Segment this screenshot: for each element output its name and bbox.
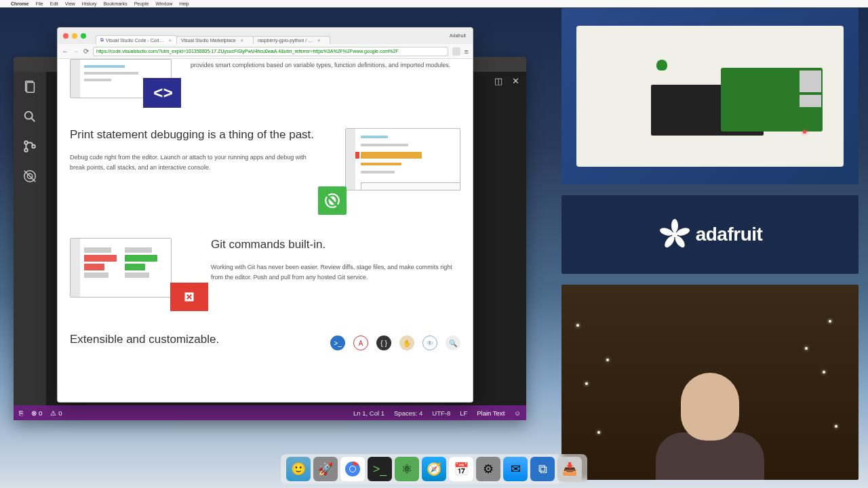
svg-line-3 (32, 119, 35, 122)
chrome-toolbar: ← → ⟳ https://code.visualstudio.com/?utm… (58, 44, 473, 59)
dark-ext-icon: { } (376, 336, 391, 350)
tab-marketplace[interactable]: Visual Studio Marketplace× (176, 36, 254, 44)
menu-people[interactable]: People (134, 1, 149, 6)
debug-illustration (338, 128, 460, 203)
dock-safari[interactable]: 🧭 (422, 457, 446, 481)
chrome-menu-icon[interactable]: ≡ (465, 47, 469, 56)
menu-window[interactable]: Window (155, 1, 172, 6)
search-icon[interactable] (22, 108, 38, 125)
adafruit-logo-panel: adafruit (561, 195, 859, 274)
remote-icon[interactable]: ⎘ (19, 409, 23, 417)
feedback-icon[interactable]: ☺ (514, 409, 521, 417)
status-language[interactable]: Plain Text (477, 409, 505, 417)
status-errors[interactable]: ⊗ 0 (31, 409, 42, 417)
hardware-camera-feed (561, 8, 859, 184)
svg-point-18 (672, 232, 677, 237)
svg-point-13 (671, 219, 678, 232)
menu-view[interactable]: View (65, 1, 75, 6)
extension-icons-row: >_ A { } ✋ 👁 🔍 (330, 333, 460, 357)
menu-edit[interactable]: Edit (50, 1, 58, 6)
macos-menubar: Chrome File Edit View History Bookmarks … (0, 0, 868, 7)
dock-mail[interactable]: ✉ (503, 457, 528, 481)
close-window-icon[interactable] (63, 33, 68, 39)
extension-icon[interactable] (452, 47, 460, 56)
git-logo-icon (170, 283, 208, 311)
close-tab-icon[interactable]: × (168, 38, 171, 43)
window-controls (63, 33, 86, 39)
dock-atom[interactable]: ⚛ (395, 457, 419, 481)
maximize-window-icon[interactable] (81, 33, 86, 39)
menu-history[interactable]: History (82, 1, 97, 6)
menu-help[interactable]: Help (179, 1, 189, 6)
search-ext-icon: 🔍 (446, 336, 460, 350)
extensions-heading: Extensible and customizable. (70, 333, 311, 346)
debug-heading: Print statement debugging is a thing of … (70, 128, 319, 142)
bug-icon (318, 186, 347, 215)
git-heading: Git commands built-in. (211, 238, 460, 251)
dock-launchpad[interactable]: 🚀 (313, 457, 338, 481)
chrome-profile[interactable]: Adafruit (450, 33, 466, 38)
intellisense-illustration: < > (70, 59, 172, 98)
minimize-window-icon[interactable] (72, 33, 77, 39)
eye-ext-icon: 👁 (422, 336, 437, 350)
presenter-camera-feed (561, 285, 859, 480)
svg-point-5 (24, 148, 28, 152)
svg-rect-1 (26, 83, 34, 93)
dock-terminal[interactable]: >_ (368, 457, 392, 481)
status-encoding[interactable]: UTF-8 (432, 409, 450, 417)
menu-bookmarks[interactable]: Bookmarks (104, 1, 127, 6)
chrome-tabs: ⧉Visual Studio Code - Cod…× Visual Studi… (58, 32, 473, 44)
debug-icon[interactable] (22, 168, 38, 184)
menu-app[interactable]: Chrome (11, 1, 28, 6)
status-cursor[interactable]: Ln 1, Col 1 (353, 409, 384, 417)
chrome-window: Adafruit ⧉Visual Studio Code - Cod…× Vis… (57, 27, 473, 403)
dock-downloads[interactable]: 📥 (557, 457, 582, 481)
dock-chrome[interactable] (340, 457, 365, 481)
powershell-icon: >_ (330, 336, 345, 350)
led-icon (656, 60, 667, 70)
angular-icon: A (353, 336, 368, 350)
adafruit-wordmark: adafruit (696, 224, 763, 245)
tab-vscode[interactable]: ⧉Visual Studio Code - Cod…× (96, 35, 177, 44)
tab-rpi-gpio[interactable]: raspberry-gpio-python / …× (253, 36, 330, 44)
dock-finder[interactable]: 🙂 (286, 457, 311, 481)
svg-point-2 (25, 112, 33, 119)
forward-button[interactable]: → (73, 47, 79, 55)
code-icon: < > (143, 78, 181, 108)
back-button[interactable]: ← (62, 47, 68, 55)
macos-dock: 🙂 🚀 >_ ⚛ 🧭 📅 ⚙ ✉ ⧉ 📥 (281, 454, 587, 484)
git-illustration (70, 238, 192, 298)
git-body: Working with Git has never been easier. … (211, 262, 460, 283)
split-editor-icon[interactable]: ◫ (494, 76, 502, 86)
dock-calendar[interactable]: 📅 (449, 457, 473, 481)
dock-settings[interactable]: ⚙ (476, 457, 500, 481)
status-spaces[interactable]: Spaces: 4 (394, 409, 422, 417)
raspberry-pi-icon (721, 68, 823, 131)
status-eol[interactable]: LF (460, 409, 467, 417)
vscode-activity-bar (14, 72, 46, 405)
explorer-icon[interactable] (22, 79, 38, 95)
vscode-statusbar: ⎘ ⊗ 0 ⚠ 0 Ln 1, Col 1 Spaces: 4 UTF-8 LF… (14, 405, 526, 420)
reload-button[interactable]: ⟳ (83, 47, 89, 55)
debug-body: Debug code right from the editor. Launch… (70, 152, 319, 174)
git-icon[interactable] (22, 138, 38, 155)
right-sidebar: adafruit (561, 8, 859, 480)
hand-ext-icon: ✋ (399, 336, 414, 350)
close-editor-icon[interactable]: ✕ (512, 76, 519, 86)
status-warnings[interactable]: ⚠ 0 (50, 409, 62, 417)
svg-point-6 (32, 145, 35, 148)
url-bar[interactable]: https://code.visualstudio.com/?utm_expid… (93, 47, 448, 56)
menu-file[interactable]: File (35, 1, 43, 6)
adafruit-flower-icon (658, 218, 692, 251)
dock-vscode[interactable]: ⧉ (530, 457, 555, 481)
intellisense-body: provides smart completions based on vari… (191, 59, 460, 70)
svg-point-4 (24, 141, 28, 144)
page-body[interactable]: < > provides smart completions based on … (58, 59, 473, 402)
